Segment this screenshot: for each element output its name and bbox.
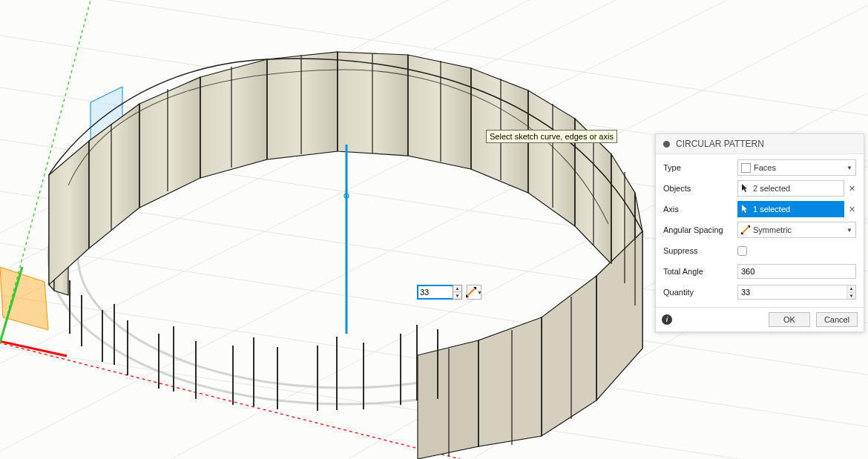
- quantity-input[interactable]: [738, 285, 846, 299]
- objects-value: 2 selected: [753, 184, 790, 193]
- dialog-header[interactable]: CIRCULAR PATTERN: [656, 134, 864, 154]
- symmetric-icon: [741, 225, 750, 234]
- total-angle-input[interactable]: [737, 264, 856, 279]
- inline-quantity-widget: ▲ ▼ ▼: [417, 285, 481, 300]
- symmetric-icon: [466, 287, 476, 297]
- dialog-title: CIRCULAR PATTERN: [676, 139, 764, 149]
- chevron-down-icon: ▼: [477, 290, 482, 295]
- type-label: Type: [663, 163, 737, 172]
- inline-quantity-input[interactable]: [417, 285, 453, 300]
- inline-spacing-toggle[interactable]: ▼: [467, 285, 481, 300]
- ok-button[interactable]: OK: [769, 312, 810, 327]
- objects-label: Objects: [663, 184, 737, 193]
- svg-line-72: [743, 227, 749, 234]
- axis-value: 1 selected: [753, 205, 790, 214]
- info-icon[interactable]: i: [662, 314, 672, 325]
- circular-pattern-dialog: CIRCULAR PATTERN Type Faces ▼ Objects 2 …: [655, 133, 864, 332]
- selection-tooltip-text: Select sketch curve, edges or axis: [490, 132, 614, 141]
- cursor-icon: [741, 184, 750, 193]
- chevron-down-icon: ▼: [846, 165, 852, 171]
- selection-tooltip: Select sketch curve, edges or axis: [486, 130, 617, 143]
- suppress-checkbox[interactable]: [737, 246, 747, 256]
- axis-selection-chip[interactable]: 1 selected: [737, 201, 844, 217]
- svg-line-16: [0, 341, 460, 459]
- chevron-down-icon: ▼: [846, 227, 852, 234]
- axis-clear-button[interactable]: ✕: [847, 205, 856, 214]
- suppress-label: Suppress: [663, 246, 737, 255]
- inline-quantity-step-up[interactable]: ▲: [453, 285, 461, 292]
- angular-spacing-label: Angular Spacing: [663, 225, 737, 234]
- cursor-icon: [741, 205, 750, 214]
- total-angle-label: Total Angle: [663, 267, 737, 276]
- svg-line-17: [0, 340, 67, 356]
- inline-quantity-field[interactable]: ▲ ▼: [417, 285, 462, 300]
- objects-selection-chip[interactable]: 2 selected: [737, 180, 844, 197]
- svg-line-69: [467, 288, 475, 296]
- quantity-step-down[interactable]: ▼: [847, 293, 855, 300]
- type-value: Faces: [754, 163, 776, 172]
- dialog-bullet-icon: [663, 141, 670, 148]
- viewport-3d[interactable]: Select sketch curve, edges or axis ▲ ▼ ▼…: [0, 0, 868, 459]
- angular-spacing-select[interactable]: Symmetric ▼: [737, 222, 856, 238]
- quantity-label: Quantity: [663, 288, 737, 297]
- quantity-step-up[interactable]: ▲: [847, 285, 855, 293]
- axis-label: Axis: [663, 205, 737, 214]
- inline-quantity-step-down[interactable]: ▼: [453, 292, 461, 299]
- angular-spacing-value: Symmetric: [753, 225, 792, 234]
- faces-icon: [741, 163, 751, 173]
- type-select[interactable]: Faces ▼: [737, 159, 856, 176]
- objects-clear-button[interactable]: ✕: [847, 184, 856, 193]
- cancel-button[interactable]: Cancel: [816, 312, 858, 327]
